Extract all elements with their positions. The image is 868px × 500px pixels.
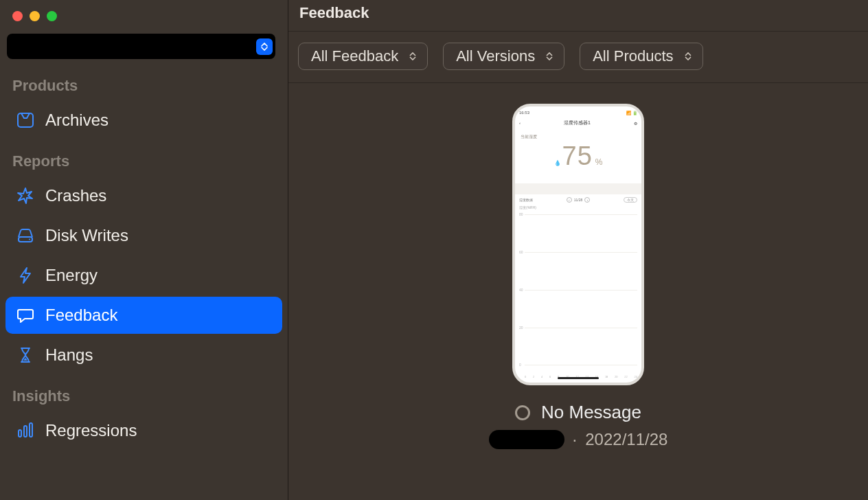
- phone-statusbar: 16:53 📶 🔋: [515, 106, 641, 117]
- chevron-updown-icon: [409, 52, 416, 60]
- sidebar-item-label: Disk Writes: [45, 226, 128, 245]
- section-header-products: Products: [5, 65, 282, 100]
- history-label: 湿度数据: [519, 198, 533, 202]
- phone-chart: 024681012141618202224 806040200: [519, 211, 637, 378]
- sidebar-item-label: Energy: [45, 266, 98, 285]
- settings-icon: ⚙: [634, 121, 637, 126]
- svg-point-2: [29, 239, 30, 240]
- filter-products[interactable]: All Products: [580, 43, 703, 70]
- bars-icon: [15, 420, 36, 441]
- x-tick: 0: [525, 375, 526, 378]
- x-tick: 20: [615, 375, 617, 378]
- sidebar: Products Archives Reports Crashes Disk W…: [0, 0, 288, 500]
- metric-label: 当前湿度: [515, 128, 641, 140]
- screenshot-thumbnail[interactable]: 16:53 📶 🔋 ‹ 湿度传感器1 ⚙ 当前湿度 💧 75 % 湿度数据 ‹ …: [512, 104, 644, 385]
- sidebar-item-archives[interactable]: Archives: [5, 102, 282, 139]
- feedback-date: 2022/11/28: [585, 430, 667, 449]
- speech-bubble-icon: [15, 305, 36, 326]
- sidebar-item-label: Regressions: [45, 421, 137, 440]
- feedback-title-row: No Message: [515, 402, 641, 423]
- y-tick: 20: [519, 326, 523, 330]
- feedback-meta-row: · 2022/11/28: [489, 430, 668, 449]
- app-picker[interactable]: [7, 34, 275, 59]
- y-tick: 80: [519, 212, 523, 216]
- burst-icon: [15, 185, 36, 206]
- prev-day-icon: ‹: [567, 197, 572, 203]
- titlebar: Feedback: [288, 0, 868, 32]
- filter-label: All Products: [593, 47, 673, 65]
- filter-feedback[interactable]: All Feedback: [298, 43, 428, 70]
- archive-icon: [15, 110, 36, 130]
- x-tick: 4: [541, 375, 542, 378]
- back-icon: ‹: [519, 121, 521, 125]
- chevron-updown-icon: [546, 52, 553, 60]
- zoom-window-button[interactable]: [47, 11, 57, 21]
- updown-chevron-icon: [256, 38, 273, 55]
- window-controls: [5, 7, 282, 31]
- author-redacted: [489, 430, 564, 449]
- svg-rect-5: [30, 423, 32, 437]
- separator-dot: ·: [573, 430, 578, 449]
- feedback-content: 16:53 📶 🔋 ‹ 湿度传感器1 ⚙ 当前湿度 💧 75 % 湿度数据 ‹ …: [288, 83, 868, 500]
- bolt-icon: [15, 265, 36, 286]
- svg-rect-3: [19, 430, 21, 437]
- filter-versions[interactable]: All Versions: [443, 43, 564, 70]
- today-chip: 今天: [624, 197, 637, 203]
- sidebar-item-regressions[interactable]: Regressions: [5, 412, 282, 449]
- sidebar-item-hangs[interactable]: Hangs: [5, 337, 282, 374]
- phone-history-row: 湿度数据 ‹ 11/28 › 今天: [515, 194, 641, 204]
- clock-text: 16:53: [519, 111, 529, 115]
- close-window-button[interactable]: [12, 11, 23, 21]
- chevron-updown-icon: [685, 52, 692, 60]
- phone-divider: [515, 183, 641, 194]
- filter-label: All Versions: [456, 47, 535, 65]
- sidebar-item-label: Feedback: [45, 306, 117, 325]
- droplet-icon: 💧: [554, 160, 561, 166]
- sidebar-item-label: Hangs: [45, 345, 93, 365]
- filter-bar: All Feedback All Versions All Products: [288, 32, 868, 83]
- y-axis-unit: 湿度(%RH): [515, 204, 641, 209]
- sidebar-item-energy[interactable]: Energy: [5, 257, 282, 294]
- phone-navbar: ‹ 湿度传感器1 ⚙: [515, 117, 641, 128]
- y-tick: 0: [519, 363, 521, 367]
- page-title: Feedback: [299, 4, 868, 22]
- minimize-window-button[interactable]: [30, 11, 40, 21]
- metric-value: 💧 75 %: [515, 140, 641, 183]
- sidebar-item-label: Archives: [45, 111, 108, 130]
- x-tick: 24: [635, 375, 637, 378]
- date-stepper: ‹ 11/28 ›: [567, 197, 591, 203]
- sidebar-item-crashes[interactable]: Crashes: [5, 177, 282, 214]
- sidebar-item-label: Crashes: [45, 186, 106, 205]
- filter-label: All Feedback: [311, 47, 398, 65]
- sidebar-item-feedback[interactable]: Feedback: [5, 297, 282, 334]
- svg-rect-4: [24, 426, 27, 437]
- section-header-reports: Reports: [5, 140, 282, 176]
- x-tick: 6: [549, 375, 551, 378]
- metric-unit: %: [595, 157, 603, 167]
- x-tick: 22: [624, 375, 627, 378]
- home-indicator: [558, 377, 599, 379]
- svg-rect-0: [18, 113, 33, 127]
- feedback-title: No Message: [541, 402, 641, 423]
- status-circle-icon: [515, 405, 530, 420]
- y-tick: 60: [519, 250, 523, 254]
- metric-number: 75: [562, 141, 593, 171]
- next-day-icon: ›: [584, 197, 590, 203]
- section-header-insights: Insights: [5, 375, 282, 411]
- x-tick: 18: [605, 375, 608, 378]
- date-text: 11/28: [574, 198, 583, 202]
- main-area: Feedback All Feedback All Versions All P…: [288, 0, 868, 500]
- status-icons: 📶 🔋: [626, 111, 637, 115]
- sidebar-item-disk-writes[interactable]: Disk Writes: [5, 217, 282, 254]
- hourglass-icon: [15, 345, 36, 365]
- y-tick: 40: [519, 288, 523, 292]
- phone-page-title: 湿度传感器1: [564, 120, 591, 126]
- disk-icon: [15, 225, 36, 246]
- x-tick: 2: [533, 375, 534, 378]
